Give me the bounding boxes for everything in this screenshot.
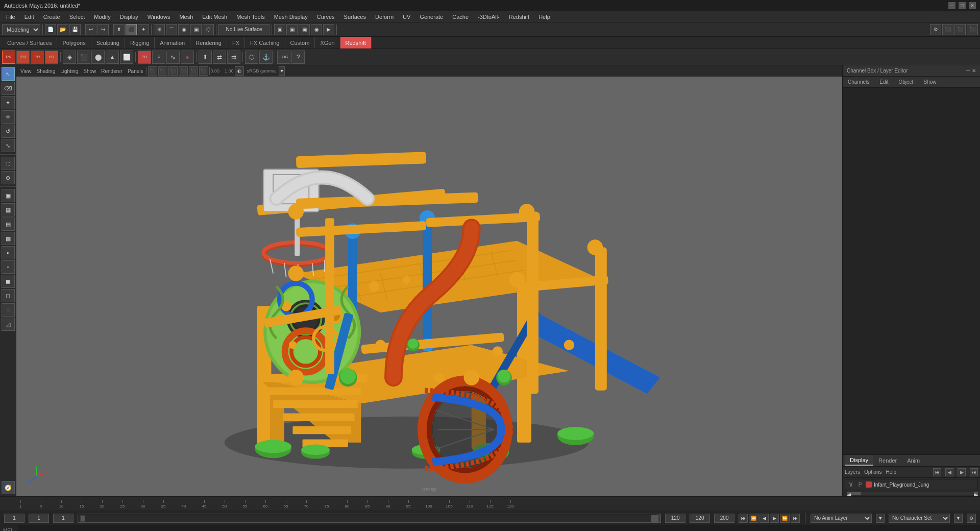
tab-polygons[interactable]: Polygons	[57, 37, 91, 49]
tab-rigging[interactable]: Rigging	[125, 37, 155, 49]
no-live-surface[interactable]: No Live Surface	[218, 24, 270, 35]
char-set-settings[interactable]: ⚙	[967, 514, 976, 523]
vp-icon5[interactable]: ⬛	[189, 66, 198, 76]
layer-ctrl-prev[interactable]: ◀	[945, 468, 953, 476]
tool-g[interactable]: ◼	[2, 275, 15, 288]
pr-red[interactable]: PR	[138, 51, 151, 64]
menu-file[interactable]: File	[2, 13, 19, 21]
menu-redshift[interactable]: Redshift	[505, 13, 533, 21]
tool-e[interactable]: ▪	[2, 246, 15, 259]
tab-rendering[interactable]: Rendering	[190, 37, 227, 49]
arrow-tool[interactable]: ⬆	[199, 51, 212, 64]
render5[interactable]: ▶	[323, 24, 334, 35]
panel-minimize-btn[interactable]: ─	[966, 68, 970, 74]
new-button[interactable]: 📄	[45, 24, 56, 35]
btab-display[interactable]: Display	[845, 455, 873, 466]
menu-select[interactable]: Select	[65, 13, 89, 21]
menu-mesh[interactable]: Mesh	[175, 13, 197, 21]
character-set-dropdown[interactable]: No Character Set	[889, 514, 950, 523]
select-tool[interactable]: ⬆	[113, 24, 125, 35]
btab-anim[interactable]: Anim	[902, 456, 925, 465]
frame-current-input[interactable]	[29, 514, 49, 523]
menu-3dto[interactable]: -3DtoAll-	[474, 13, 504, 21]
go-end-btn[interactable]: ⏭	[791, 514, 800, 523]
line-tool[interactable]: ≡	[152, 51, 165, 64]
layer-color-swatch[interactable]	[866, 481, 872, 488]
tool-h[interactable]: ◻	[2, 289, 15, 302]
layer-row-playground[interactable]: V P Infant_Playground_Jung	[845, 479, 978, 490]
pr-button[interactable]: PR	[31, 51, 44, 64]
menu-deform[interactable]: Deform	[371, 13, 398, 21]
ch-tab-channels[interactable]: Channels	[845, 78, 872, 86]
rotate-tool-btn[interactable]: ↺	[2, 125, 15, 138]
menu-mesh-display[interactable]: Mesh Display	[270, 13, 312, 21]
snap-surface[interactable]: ▣	[190, 24, 202, 35]
vp-icon2[interactable]: ⬛	[158, 66, 167, 76]
vp-panels-menu[interactable]: Panels	[126, 68, 145, 75]
lasso-tool[interactable]: ⬛	[126, 24, 137, 35]
panel-close-btn[interactable]: ✕	[972, 68, 976, 74]
mel-label[interactable]: MEL	[0, 525, 17, 531]
circle-tool[interactable]: ●	[181, 51, 194, 64]
minimize-button[interactable]: ─	[948, 2, 955, 9]
play-back-btn[interactable]: ◀	[760, 514, 769, 523]
compass-tool[interactable]: 🧭	[2, 481, 15, 494]
menu-help[interactable]: Help	[534, 13, 554, 21]
mode-dropdown[interactable]: Modeling	[2, 24, 40, 35]
btab-render[interactable]: Render	[873, 456, 902, 465]
frame-step-input[interactable]	[53, 514, 74, 523]
vp-icon6[interactable]: ⬛	[199, 66, 208, 76]
shape-diamond[interactable]: ◈	[63, 51, 76, 64]
anim-layer-dropdown[interactable]: No Anim Layer	[811, 514, 872, 523]
timeline-frame-indicator[interactable]	[80, 515, 85, 522]
right-panel-scrollbar[interactable]: ◀ ▶	[843, 491, 980, 496]
tab-sculpting[interactable]: Sculpting	[91, 37, 125, 49]
snap-point[interactable]: ◉	[178, 24, 189, 35]
menu-windows[interactable]: Windows	[143, 13, 175, 21]
menu-create[interactable]: Create	[39, 13, 64, 21]
scrollbar-thumb[interactable]	[851, 492, 861, 495]
snap-grid[interactable]: ⊞	[154, 24, 165, 35]
vp-icon4[interactable]: ⬛	[179, 66, 188, 76]
menu-edit-mesh[interactable]: Edit Mesh	[198, 13, 231, 21]
vp-icon3[interactable]: ⬛	[168, 66, 178, 76]
ch-tab-show[interactable]: Show	[920, 78, 939, 86]
paint-tool[interactable]: ✦	[138, 24, 149, 35]
tab-animation[interactable]: Animation	[155, 37, 190, 49]
paint-select-btn[interactable]: ✦	[2, 96, 15, 109]
layout-btn1[interactable]: ⬛	[942, 24, 953, 35]
timeline-range-bar[interactable]	[78, 514, 661, 523]
snap-view[interactable]: ⬡	[203, 24, 214, 35]
render4[interactable]: ◉	[311, 24, 322, 35]
frame-start-input[interactable]	[4, 514, 24, 523]
show-manip-btn[interactable]: ⊕	[2, 171, 15, 184]
save-button[interactable]: 💾	[69, 24, 81, 35]
soft-select-btn[interactable]: ◌	[2, 157, 15, 170]
scrollbar-track[interactable]	[851, 492, 974, 495]
tool-a[interactable]: ▣	[2, 189, 15, 202]
open-button[interactable]: 📂	[57, 24, 68, 35]
scrollbar-right-btn[interactable]: ▶	[974, 492, 978, 496]
tool-f[interactable]: ▫	[2, 260, 15, 274]
3d-viewport[interactable]: persp X Y Z	[16, 77, 842, 496]
layers-menu-layers[interactable]: Layers	[845, 469, 860, 475]
log-button[interactable]: LOG	[277, 51, 290, 64]
layers-menu-help[interactable]: Help	[886, 469, 896, 475]
lasso-select-btn[interactable]: ⌫	[2, 82, 15, 95]
tab-xgen[interactable]: XGen	[315, 37, 340, 49]
tab-custom[interactable]: Custom	[285, 37, 315, 49]
layers-menu-options[interactable]: Options	[864, 469, 881, 475]
move-tool-btn[interactable]: ✛	[2, 110, 15, 124]
select-tool-btn[interactable]: ↖	[2, 67, 15, 81]
undo-button[interactable]: ↩	[85, 24, 96, 35]
layout-btn2[interactable]: ⬛	[954, 24, 966, 35]
anim-layer-arrow[interactable]: ▼	[876, 514, 885, 523]
layer-v-toggle[interactable]: V	[847, 482, 854, 488]
mel-input[interactable]	[17, 525, 980, 531]
tab-redshift[interactable]: Redshift	[340, 37, 372, 49]
help-button[interactable]: ?	[291, 51, 305, 64]
scale-tool-btn[interactable]: ⤡	[2, 139, 15, 152]
shape-sphere[interactable]: ⬤	[91, 51, 105, 64]
menu-modify[interactable]: Modify	[90, 13, 114, 21]
menu-display[interactable]: Display	[116, 13, 142, 21]
